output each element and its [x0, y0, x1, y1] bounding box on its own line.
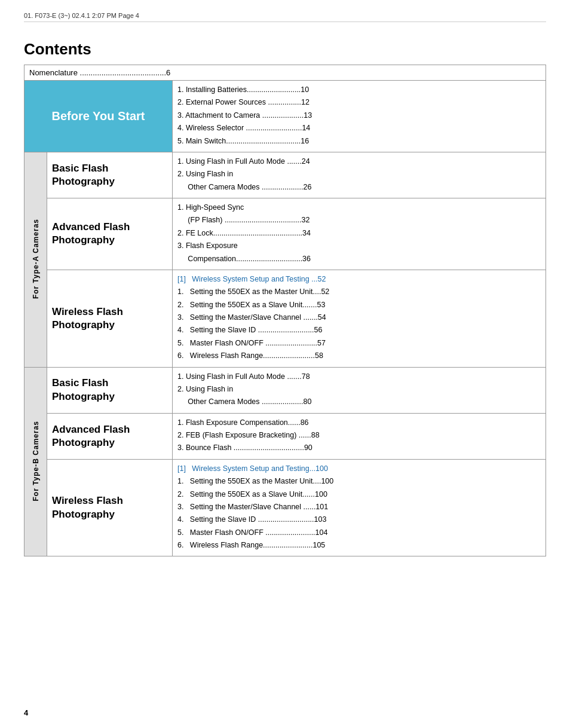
list-item: 1. Setting the 550EX as the Master Unit.…	[177, 286, 541, 298]
list-item: 1. Using Flash in Full Auto Mode .......…	[177, 371, 541, 383]
list-item: (FP Flash) .............................…	[177, 215, 541, 226]
toc-table: Nomenclature ...........................…	[24, 65, 546, 556]
before-you-start-row: Before You Start 1. Installing Batteries…	[24, 81, 546, 152]
contents-title: Contents	[24, 40, 546, 59]
nomenclature-row: Nomenclature ...........................…	[24, 65, 546, 81]
list-item: 1. Installing Batteries.................…	[177, 84, 541, 96]
type-b-advanced-title: Advanced FlashPhotography	[47, 413, 173, 459]
list-item: 1. Flash Exposure Compensation......86	[177, 417, 541, 429]
list-item: 3. Setting the Master/Slave Channel ....…	[177, 501, 541, 513]
type-b-advanced-row: Advanced FlashPhotography 1. Flash Expos…	[24, 413, 546, 459]
list-item: 2. External Power Sources ..............…	[177, 97, 541, 108]
list-item: 6. Wireless Flash Range.................…	[177, 540, 541, 551]
list-item: 5. Master Flash ON/OFF .................…	[177, 338, 541, 349]
type-a-advanced-row: Advanced FlashPhotography 1. High-Speed …	[24, 198, 546, 270]
list-item: 4. Setting the Slave ID ................…	[177, 514, 541, 525]
list-item: 2. Setting the 550EX as a Slave Unit....…	[177, 489, 541, 500]
list-item: 5. Master Flash ON/OFF .................…	[177, 527, 541, 539]
type-a-basic-content: 1. Using Flash in Full Auto Mode .......…	[173, 152, 546, 198]
type-a-wireless-title: Wireless FlashPhotography	[47, 270, 173, 367]
list-item: 5. Main Switch..........................…	[177, 136, 541, 147]
type-b-wireless-content: [1] Wireless System Setup and Testing...…	[173, 459, 546, 556]
list-item: 2. Using Flash in	[177, 169, 541, 180]
type-b-basic-content: 1. Using Flash in Full Auto Mode .......…	[173, 367, 546, 413]
page-header: 01. F073-E (3~) 02.4.1 2:07 PM Page 4	[24, 12, 546, 22]
type-b-wireless-row: Wireless FlashPhotography [1] Wireless S…	[24, 459, 546, 556]
list-item: 2. FEB (Flash Exposure Bracketing) .....…	[177, 430, 541, 441]
before-you-start-label: Before You Start	[24, 81, 173, 152]
type-a-wireless-row: Wireless FlashPhotography [1] Wireless S…	[24, 270, 546, 367]
list-item: Other Camera Modes ....................8…	[177, 396, 541, 408]
type-a-advanced-title: Advanced FlashPhotography	[47, 198, 173, 270]
type-a-advanced-content: 1. High-Speed Sync (FP Flash) ..........…	[173, 198, 546, 270]
list-item: 1. High-Speed Sync	[177, 202, 541, 213]
type-b-advanced-content: 1. Flash Exposure Compensation......86 2…	[173, 413, 546, 459]
type-a-wireless-content: [1] Wireless System Setup and Testing ..…	[173, 270, 546, 367]
list-item: 3. Attachment to Camera ................…	[177, 110, 541, 121]
list-item: 3. Setting the Master/Slave Channel ....…	[177, 312, 541, 323]
list-item: Other Camera Modes ....................2…	[177, 182, 541, 193]
list-item: 2. Setting the 550EX as a Slave Unit....…	[177, 299, 541, 311]
list-item: 2. FE Lock..............................…	[177, 228, 541, 239]
page-number: 4	[24, 708, 28, 717]
list-item: 1. Setting the 550EX as the Master Unit.…	[177, 476, 541, 487]
type-b-basic-row: For Type-B Cameras Basic FlashPhotograph…	[24, 367, 546, 413]
before-you-start-content: 1. Installing Batteries.................…	[173, 81, 546, 152]
list-item: [1] Wireless System Setup and Testing ..…	[177, 274, 541, 285]
nomenclature-text: Nomenclature ...........................…	[24, 65, 546, 81]
type-a-basic-title: Basic FlashPhotography	[47, 152, 173, 198]
list-item: 6. Wireless Flash Range.................…	[177, 350, 541, 362]
list-item: 3. Flash Exposure	[177, 240, 541, 252]
list-item: 4. Setting the Slave ID ................…	[177, 325, 541, 336]
type-b-basic-title: Basic FlashPhotography	[47, 367, 173, 413]
list-item: 2. Using Flash in	[177, 384, 541, 395]
type-b-wireless-title: Wireless FlashPhotography	[47, 459, 173, 556]
type-a-label-cell: For Type-A Cameras	[24, 152, 47, 367]
type-b-label-cell: For Type-B Cameras	[24, 367, 47, 556]
list-item: [1] Wireless System Setup and Testing...…	[177, 463, 541, 475]
list-item: 3. Bounce Flash ........................…	[177, 442, 541, 454]
list-item: Compensation............................…	[177, 253, 541, 265]
type-a-rotated-label: For Type-A Cameras	[32, 219, 40, 299]
type-b-rotated-label: For Type-B Cameras	[32, 421, 40, 501]
list-item: 4. Wireless Selector ...................…	[177, 123, 541, 134]
type-a-basic-row: For Type-A Cameras Basic FlashPhotograph…	[24, 152, 546, 198]
list-item: 1. Using Flash in Full Auto Mode .......…	[177, 156, 541, 167]
